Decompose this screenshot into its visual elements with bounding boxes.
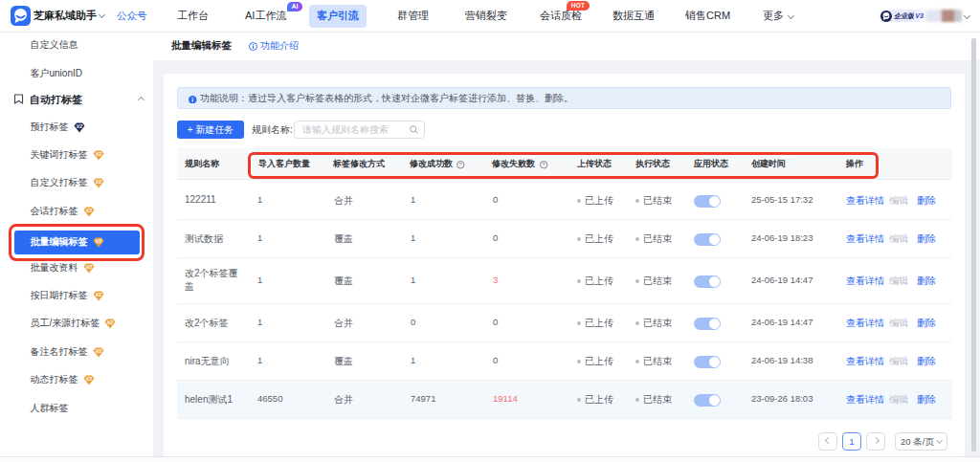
svg-text:V2: V2 — [95, 292, 101, 297]
svg-text:V2: V2 — [107, 319, 114, 325]
svg-text:V2: V2 — [95, 151, 101, 157]
svg-text:V2: V2 — [95, 179, 101, 185]
svg-text:V2: V2 — [95, 348, 101, 354]
svg-text:V2: V2 — [85, 376, 92, 382]
svg-text:V2: V2 — [85, 208, 92, 213]
svg-text:V2: V2 — [76, 123, 82, 129]
svg-text:V2: V2 — [85, 264, 92, 270]
